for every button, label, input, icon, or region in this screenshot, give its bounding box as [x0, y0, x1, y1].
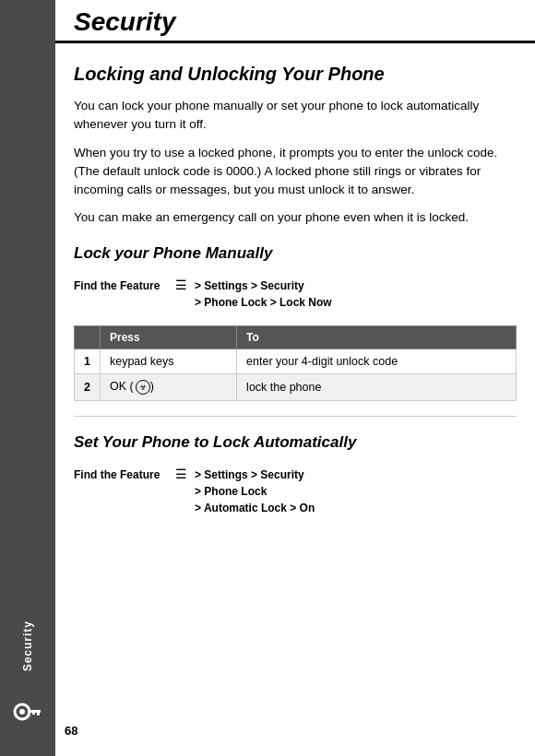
table-header-row: Press To [75, 325, 517, 348]
content-body: Locking and Unlocking Your Phone You can… [55, 62, 535, 522]
find-feature-2-path-text: > Settings > Security> Phone Lock> Autom… [195, 467, 315, 516]
find-feature-2-label: Find the Feature [74, 467, 175, 481]
section3-heading: Set Your Phone to Lock Automatically [74, 433, 517, 452]
section1-heading: Locking and Unlocking Your Phone [74, 62, 517, 86]
menu-icon-2: ☰ [175, 467, 187, 481]
page-number: 68 [65, 724, 77, 738]
section-divider [74, 416, 517, 417]
section2-heading: Lock your Phone Manually [74, 244, 517, 263]
lock-icon [7, 688, 48, 728]
row-1-to: enter your 4-digit unlock code [237, 348, 517, 373]
table-row: 2 OK (☣) lock the phone [75, 373, 517, 400]
col-num-header [75, 325, 101, 348]
main-content: Security Locking and Unlocking Your Phon… [55, 0, 535, 756]
find-feature-1-path: ☰ > Settings > Security> Phone Lock > Lo… [175, 278, 332, 311]
svg-rect-4 [32, 710, 35, 715]
col-to-header: To [237, 325, 517, 348]
menu-icon-1: ☰ [175, 278, 187, 292]
find-feature-1: Find the Feature ☰ > Settings > Security… [74, 272, 517, 316]
sidebar-label: Security [21, 620, 34, 671]
paragraph-1: You can lock your phone manually or set … [74, 97, 517, 135]
col-press-header: Press [100, 325, 236, 348]
row-2-press: OK (☣) [100, 373, 236, 400]
find-feature-1-label: Find the Feature [74, 278, 175, 292]
page-container: Security Security Locking and Unlocking … [0, 0, 535, 756]
page-title: Security [74, 7, 517, 37]
row-1-press: keypad keys [100, 348, 236, 373]
row-2-num: 2 [75, 373, 101, 400]
row-1-num: 1 [75, 348, 101, 373]
table-row: 1 keypad keys enter your 4-digit unlock … [75, 348, 517, 373]
page-header: Security [55, 0, 535, 43]
find-feature-2: Find the Feature ☰ > Settings > Security… [74, 461, 517, 522]
find-feature-2-path: ☰ > Settings > Security> Phone Lock> Aut… [175, 467, 315, 516]
sidebar: Security [0, 0, 55, 756]
svg-point-1 [19, 709, 25, 715]
find-feature-1-path-text: > Settings > Security> Phone Lock > Lock… [195, 278, 332, 311]
row-2-to: lock the phone [237, 373, 517, 400]
press-table: Press To 1 keypad keys enter your 4-digi… [74, 325, 517, 401]
paragraph-2: When you try to use a locked phone, it p… [74, 144, 517, 200]
svg-rect-3 [37, 710, 40, 715]
paragraph-3: You can make an emergency call on your p… [74, 208, 517, 227]
ok-button-symbol: ☣ [136, 380, 150, 395]
